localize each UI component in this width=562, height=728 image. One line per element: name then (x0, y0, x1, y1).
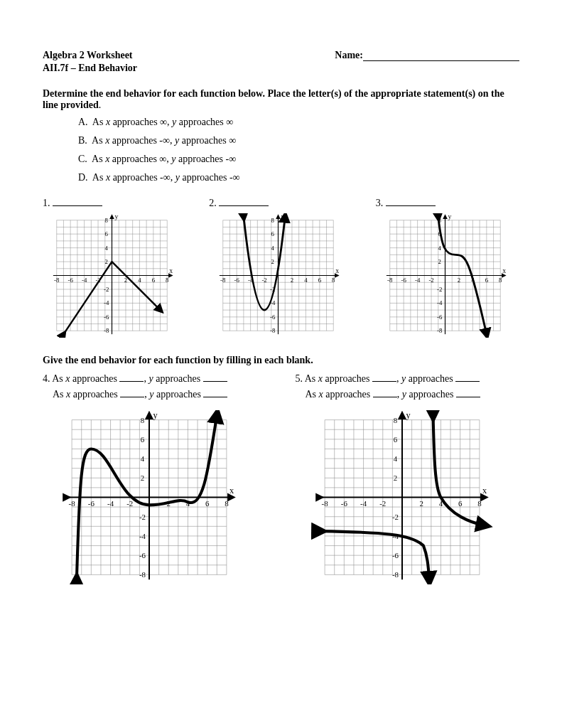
svg-text:y: y (153, 410, 158, 420)
svg-text:-4: -4 (82, 277, 87, 284)
svg-text:6: 6 (141, 435, 145, 444)
svg-text:2: 2 (419, 499, 423, 508)
blank-5c[interactable] (373, 397, 397, 397)
svg-text:-6: -6 (139, 551, 146, 560)
svg-text:4: 4 (393, 454, 397, 463)
svg-text:6: 6 (152, 277, 156, 284)
svg-text:x: x (336, 267, 340, 274)
svg-text:-8: -8 (139, 570, 146, 579)
svg-text:x: x (229, 486, 234, 496)
svg-text:-8: -8 (387, 277, 393, 284)
blank-4c[interactable] (120, 397, 144, 397)
svg-text:-8: -8 (437, 327, 443, 334)
svg-text:-6: -6 (68, 277, 74, 284)
svg-text:8: 8 (141, 416, 145, 424)
svg-text:-2: -2 (428, 277, 433, 284)
svg-text:6: 6 (105, 230, 109, 237)
svg-text:6: 6 (458, 499, 462, 508)
svg-text:-2: -2 (391, 513, 398, 521)
svg-text:-4: -4 (107, 499, 114, 508)
svg-text:-6: -6 (104, 314, 109, 321)
svg-text:4: 4 (138, 277, 141, 284)
svg-text:-6: -6 (88, 499, 95, 508)
name-label: Name: (335, 50, 363, 60)
section-2-instructions: Give the end behavior for each function … (43, 355, 519, 366)
worksheet-title: Algebra 2 Worksheet (43, 50, 133, 61)
svg-text:-8: -8 (104, 327, 109, 334)
choice-c: C. As x approaches ∞, y approaches -∞ (78, 154, 519, 165)
svg-text:8: 8 (166, 277, 169, 284)
svg-text:-6: -6 (391, 551, 399, 560)
svg-text:-2: -2 (126, 499, 133, 508)
choice-b: B. As x approaches -∞, y approaches ∞ (78, 135, 519, 146)
svg-text:-8: -8 (321, 499, 328, 508)
y-axis-label: y (114, 213, 118, 220)
svg-text:-2: -2 (379, 499, 386, 508)
blank-4d[interactable] (203, 397, 227, 397)
svg-text:6: 6 (271, 230, 275, 237)
svg-text:-4: -4 (360, 499, 367, 508)
svg-text:6: 6 (205, 499, 210, 508)
question-4-line-1: 4. As x approaches , y approaches (43, 373, 267, 385)
question-3-label: 3. (376, 198, 519, 209)
blank-5a[interactable] (372, 381, 396, 382)
graph-5: xy -8-6-4-22468 8642-2-4-6-8 (296, 410, 509, 584)
answer-blank-1[interactable] (53, 205, 102, 206)
blank-4b[interactable] (203, 381, 227, 382)
svg-text:-6: -6 (401, 277, 406, 284)
x-axis-label: x (169, 267, 173, 274)
svg-text:-2: -2 (262, 277, 267, 284)
question-4-line-2: As x approaches , y approaches (53, 389, 267, 400)
svg-text:-6: -6 (234, 277, 240, 284)
choice-d: D. As x approaches -∞, y approaches -∞ (78, 172, 519, 183)
question-5-line-1: 5. As x approaches , y approaches (296, 373, 520, 385)
graph-3: xy -8-6-4-22468 8642-2-4-6-8 (376, 213, 514, 338)
worksheet-subtitle: AII.7f – End Behavior (43, 63, 519, 74)
svg-text:6: 6 (393, 435, 397, 444)
svg-text:y: y (406, 410, 411, 420)
svg-text:2: 2 (393, 473, 396, 482)
question-2-label: 2. (209, 198, 352, 209)
svg-text:8: 8 (393, 416, 397, 424)
svg-text:8: 8 (499, 277, 502, 284)
blank-5b[interactable] (455, 381, 480, 382)
svg-text:8: 8 (225, 499, 229, 508)
svg-text:y: y (448, 213, 451, 220)
svg-text:-8: -8 (69, 499, 76, 508)
instructions: Determine the end behavior for each func… (43, 88, 519, 111)
blank-5d[interactable] (456, 397, 480, 397)
svg-text:-6: -6 (270, 314, 276, 321)
svg-text:-4: -4 (437, 299, 443, 306)
svg-text:8: 8 (477, 499, 482, 508)
svg-text:6: 6 (318, 277, 322, 284)
graph-1: x y -8-6-4-22468 8642-2-4-6-8 (43, 213, 181, 338)
svg-text:4: 4 (438, 245, 441, 252)
svg-text:-8: -8 (270, 327, 276, 334)
svg-text:-6: -6 (437, 314, 443, 321)
svg-text:-4: -4 (104, 299, 109, 306)
svg-text:2: 2 (291, 277, 293, 284)
svg-text:-4: -4 (415, 277, 421, 284)
svg-text:-8: -8 (220, 277, 226, 284)
svg-text:-6: -6 (340, 499, 347, 508)
svg-text:2: 2 (438, 258, 441, 265)
question-1-label: 1. (43, 198, 186, 209)
name-blank[interactable] (363, 60, 519, 61)
svg-text:-2: -2 (437, 286, 442, 293)
svg-text:2: 2 (141, 473, 144, 482)
svg-text:x: x (502, 267, 506, 274)
answer-blank-2[interactable] (219, 205, 269, 206)
name-field: Name: (335, 50, 519, 61)
svg-text:-4: -4 (139, 532, 146, 540)
answer-choices: A. As x approaches ∞, y approaches ∞ B. … (78, 117, 519, 183)
svg-text:8: 8 (332, 277, 335, 284)
svg-text:2: 2 (271, 258, 274, 265)
svg-text:8: 8 (271, 217, 275, 224)
svg-text:2: 2 (457, 277, 460, 284)
answer-blank-3[interactable] (386, 205, 436, 206)
svg-text:2: 2 (105, 258, 108, 265)
svg-text:-8: -8 (54, 277, 60, 284)
svg-text:-2: -2 (139, 513, 146, 521)
blank-4a[interactable] (119, 381, 144, 382)
svg-text:4: 4 (271, 245, 275, 252)
